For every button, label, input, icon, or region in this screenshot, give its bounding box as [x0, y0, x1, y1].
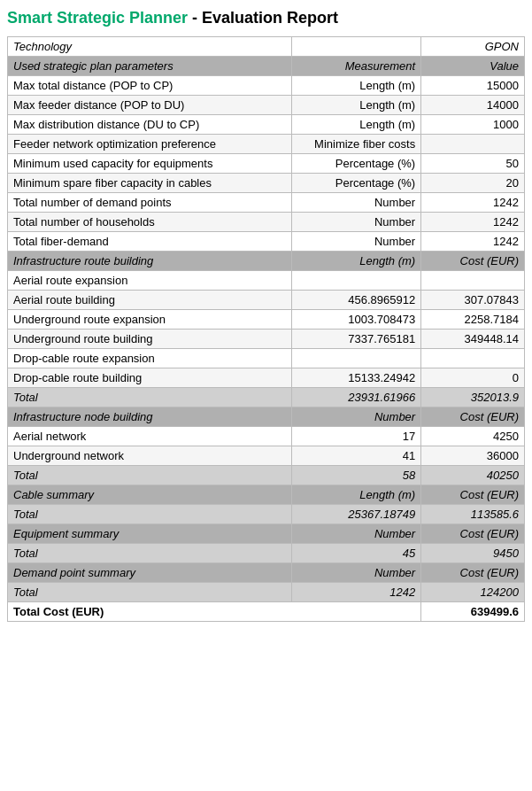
table-row: Max feeder distance (POP to DU) Length (… [8, 96, 525, 115]
param-meas-2: Length (m) [292, 115, 421, 135]
params-header-meas: Measurement [292, 57, 421, 76]
title-eval: Evaluation Report [202, 9, 338, 27]
table-row: Aerial route expansion [8, 271, 525, 291]
param-meas-1: Length (m) [292, 96, 421, 115]
infra-route-col-val: Cost (EUR) [421, 252, 525, 271]
infra-node-label: Infrastructure node building [8, 407, 292, 427]
equipment-summary-total-val: 9450 [421, 544, 525, 563]
infra-node-row1-val: 36000 [421, 446, 525, 466]
infra-node-col-val: Cost (EUR) [421, 407, 525, 427]
table-row: Aerial route building 456.8965912 307.07… [8, 291, 525, 310]
infra-route-total-meas: 23931.61966 [292, 388, 421, 407]
infra-node-total-label: Total [8, 466, 292, 485]
equipment-summary-header: Equipment summary Number Cost (EUR) [8, 524, 525, 544]
param-label-4: Minimum used capacity for equipments [8, 154, 292, 174]
equipment-summary-total-label: Total [8, 544, 292, 563]
total-cost-label: Total Cost (EUR) [8, 602, 421, 622]
technology-label: Technology [8, 37, 292, 57]
infra-route-total-val: 352013.9 [421, 388, 525, 407]
param-meas-3: Minimize fiber costs [292, 135, 421, 154]
page-title: Smart Strategic Planner - Evaluation Rep… [7, 9, 525, 27]
param-label-2: Max distribution distance (DU to CP) [8, 115, 292, 135]
demand-summary-total-val: 124200 [421, 583, 525, 602]
cable-summary-total: Total 25367.18749 113585.6 [8, 505, 525, 524]
infra-route-col-meas: Length (m) [292, 252, 421, 271]
infra-route-row4-label: Drop-cable route expansion [8, 349, 292, 368]
table-row: Drop-cable route building 15133.24942 0 [8, 368, 525, 388]
demand-summary-total: Total 1242 124200 [8, 583, 525, 602]
infra-route-row5-val: 0 [421, 368, 525, 388]
table-row: Aerial network 17 4250 [8, 427, 525, 446]
cable-summary-total-meas: 25367.18749 [292, 505, 421, 524]
total-cost-value: 639499.6 [421, 602, 525, 622]
infra-node-header: Infrastructure node building Number Cost… [8, 407, 525, 427]
infra-route-row2-meas: 1003.708473 [292, 310, 421, 330]
cable-summary-total-label: Total [8, 505, 292, 524]
param-val-5: 20 [421, 174, 525, 193]
equipment-summary-total: Total 45 9450 [8, 544, 525, 563]
table-row: Total number of households Number 1242 [8, 213, 525, 232]
infra-route-total: Total 23931.61966 352013.9 [8, 388, 525, 407]
table-row: Underground route building 7337.765181 3… [8, 330, 525, 349]
infra-route-row0-meas [292, 271, 421, 291]
params-header-label: Used strategic plan parameters [8, 57, 292, 76]
cable-summary-header: Cable summary Length (m) Cost (EUR) [8, 485, 525, 505]
param-label-0: Max total distance (POP to CP) [8, 76, 292, 96]
param-meas-7: Number [292, 213, 421, 232]
infra-node-row1-meas: 41 [292, 446, 421, 466]
param-meas-0: Length (m) [292, 76, 421, 96]
infra-route-row3-val: 349448.14 [421, 330, 525, 349]
table-row: Total number of demand points Number 124… [8, 193, 525, 213]
equipment-summary-total-meas: 45 [292, 544, 421, 563]
infra-node-row0-val: 4250 [421, 427, 525, 446]
table-row: Drop-cable route expansion [8, 349, 525, 368]
param-val-3 [421, 135, 525, 154]
cable-summary-label: Cable summary [8, 485, 292, 505]
cable-summary-total-val: 113585.6 [421, 505, 525, 524]
infra-route-header: Infrastructure route building Length (m)… [8, 252, 525, 271]
infra-route-row3-meas: 7337.765181 [292, 330, 421, 349]
param-val-2: 1000 [421, 115, 525, 135]
infra-route-row2-label: Underground route expansion [8, 310, 292, 330]
param-val-1: 14000 [421, 96, 525, 115]
table-row: Underground route expansion 1003.708473 … [8, 310, 525, 330]
infra-route-row4-val [421, 349, 525, 368]
infra-route-row0-val [421, 271, 525, 291]
params-section-header: Used strategic plan parameters Measureme… [8, 57, 525, 76]
demand-summary-header: Demand point summary Number Cost (EUR) [8, 563, 525, 583]
infra-route-total-label: Total [8, 388, 292, 407]
infra-route-row3-label: Underground route building [8, 330, 292, 349]
cable-summary-col-val: Cost (EUR) [421, 485, 525, 505]
param-meas-4: Percentage (%) [292, 154, 421, 174]
demand-summary-total-label: Total [8, 583, 292, 602]
param-val-8: 1242 [421, 232, 525, 252]
param-meas-6: Number [292, 193, 421, 213]
technology-value: GPON [421, 37, 525, 57]
equipment-summary-col-val: Cost (EUR) [421, 524, 525, 544]
param-val-4: 50 [421, 154, 525, 174]
param-label-5: Minimum spare fiber capacity in cables [8, 174, 292, 193]
title-separator: - [188, 9, 202, 27]
infra-route-row1-val: 307.07843 [421, 291, 525, 310]
table-row: Max total distance (POP to CP) Length (m… [8, 76, 525, 96]
param-label-7: Total number of households [8, 213, 292, 232]
infra-route-label: Infrastructure route building [8, 252, 292, 271]
demand-summary-col-meas: Number [292, 563, 421, 583]
infra-route-row0-label: Aerial route expansion [8, 271, 292, 291]
demand-summary-label: Demand point summary [8, 563, 292, 583]
equipment-summary-label: Equipment summary [8, 524, 292, 544]
infra-route-row5-meas: 15133.24942 [292, 368, 421, 388]
infra-node-col-meas: Number [292, 407, 421, 427]
param-label-3: Feeder network optimization preference [8, 135, 292, 154]
table-row: Max distribution distance (DU to CP) Len… [8, 115, 525, 135]
param-meas-8: Number [292, 232, 421, 252]
infra-route-row2-val: 2258.7184 [421, 310, 525, 330]
param-val-0: 15000 [421, 76, 525, 96]
param-label-6: Total number of demand points [8, 193, 292, 213]
equipment-summary-col-meas: Number [292, 524, 421, 544]
param-meas-5: Percentage (%) [292, 174, 421, 193]
technology-meas [292, 37, 421, 57]
demand-summary-total-meas: 1242 [292, 583, 421, 602]
total-cost-row: Total Cost (EUR) 639499.6 [8, 602, 525, 622]
params-header-val: Value [421, 57, 525, 76]
